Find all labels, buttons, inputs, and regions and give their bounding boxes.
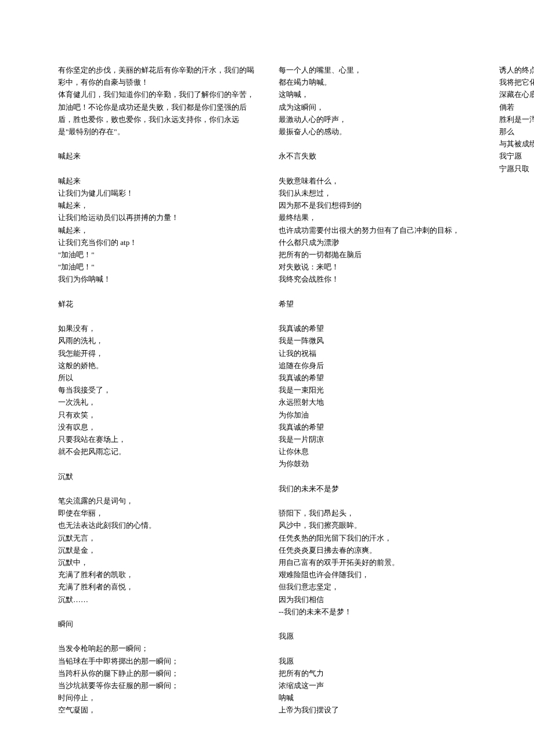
text-line: 我真诚的希望 (279, 322, 476, 334)
document-page: 有你坚定的步伐，美丽的鲜花后有你辛勤的汗水，我们的喝彩中，有你的自豪与骄傲！体育… (0, 0, 534, 755)
text-line: 充满了胜利者的凯歌， (58, 568, 255, 581)
text-line: 什么都只成为漂渺 (279, 236, 476, 249)
blank-line (279, 163, 476, 175)
text-line: 那么 (499, 125, 534, 138)
text-line: 风沙中，我们擦亮眼眸。 (279, 519, 476, 531)
text-line: 沉默…… (58, 593, 255, 606)
text-line: 也无法表达此刻我们的心情。 (58, 519, 255, 531)
blank-line (58, 286, 255, 298)
text-line: 沉默是金， (58, 544, 255, 556)
text-line: 永远照射大地 (279, 396, 476, 408)
text-line: 为你鼓劲 (279, 458, 476, 470)
blank-line (58, 483, 255, 495)
text-line: 与其被成绩压在下面 (499, 138, 534, 150)
text-line: 任凭炙热的阳光留下我们的汗水， (279, 532, 476, 544)
blank-line (58, 630, 255, 642)
blank-line (279, 286, 476, 298)
text-line: 最终结果， (279, 211, 476, 224)
text-line: 浓缩成这一声 (279, 679, 476, 692)
text-line: 我怎能开得， (58, 347, 255, 359)
text-line: 胜利是一浑然的在意 (499, 113, 534, 125)
text-line: 我愿 (279, 630, 476, 642)
text-line: 成为这瞬间， (279, 101, 476, 113)
text-line: 沉默无言， (58, 532, 255, 544)
text-line: 让我的祝福 (279, 347, 476, 359)
text-line: 我宁愿 (499, 150, 534, 162)
text-line: 我真诚的希望 (279, 421, 476, 433)
text-line: 我愿 (279, 655, 476, 667)
text-line: 当沙坑就要等你去征服的那一瞬间； (58, 679, 255, 692)
blank-line (279, 495, 476, 507)
text-line: --我们的未来不是梦！ (279, 606, 476, 618)
text-line: 当发令枪响起的那一瞬间； (58, 642, 255, 654)
text-line: 鲜花 (58, 298, 255, 310)
text-line: 当铅球在手中即将掷出的那一瞬间； (58, 655, 255, 667)
blank-line (279, 310, 476, 322)
text-line: 任凭炎炎夏日拂去春的凉爽。 (279, 544, 476, 556)
text-line: 让你休息 (279, 445, 476, 458)
text-line: 我们从未想过， (279, 187, 476, 199)
text-line: 只有欢笑， (58, 409, 255, 421)
text-line: 有你坚定的步伐，美丽的鲜花后有你辛勤的汗水，我们的喝彩中，有你的自豪与骄傲！ (58, 64, 255, 88)
text-line: 我将把它化作最后的声音 (499, 76, 534, 88)
text-line: 把所有的一切都抛在脑后 (279, 249, 476, 261)
text-line: 让我们充当你们的 atp！ (58, 236, 255, 249)
text-line: 空气凝固， (58, 704, 255, 716)
text-line: 我是一片阴凉 (279, 433, 476, 445)
text-line: 永不言失败 (279, 150, 476, 162)
text-line: "加油吧！" (58, 249, 255, 261)
text-line: 风雨的洗礼， (58, 334, 255, 347)
text-line: 喊起来， (58, 199, 255, 211)
text-line: 时间停止， (58, 692, 255, 704)
blank-line (58, 310, 255, 322)
text-line: 这般的娇艳。 (58, 359, 255, 372)
blank-line (58, 163, 255, 175)
text-line: 最振奋人心的感动。 (279, 125, 476, 138)
text-line: 失败意味着什么， (279, 175, 476, 187)
text-line: 为你加油 (279, 409, 476, 421)
text-line: 只要我站在赛场上， (58, 433, 255, 445)
blank-line (279, 138, 476, 150)
text-line: 即使在华丽， (58, 507, 255, 519)
text-line: 这呐喊， (279, 88, 476, 100)
text-line: 没有叹息， (58, 421, 255, 433)
blank-line (279, 618, 476, 630)
text-line: 就不会把风雨忘记。 (58, 445, 255, 458)
text-line: 艰难险阻也许会伴随我们， (279, 568, 476, 581)
text-line: 每一个人的嘴里、心里， (279, 64, 476, 76)
text-line: 深藏在心底 (499, 88, 534, 100)
text-line: 一次洗礼， (58, 396, 255, 408)
text-line: 体育健儿们，我们知道你们的辛勤，我们了解你们的辛苦，加油吧！不论你是成功还是失败… (58, 88, 255, 138)
text-line: 我们的未来不是梦 (279, 483, 476, 495)
blank-line (58, 138, 255, 150)
text-line: 喊起来， (58, 224, 255, 236)
text-line: "加油吧！" (58, 261, 255, 273)
text-line: 我是一阵微风 (279, 334, 476, 347)
text-line: 追随在你身后 (279, 359, 476, 372)
text-line: 瞬间 (58, 618, 255, 630)
text-line: 用自己富有的双手开拓美好的前景。 (279, 556, 476, 568)
blank-line (58, 606, 255, 618)
text-line: 对失败说：来吧！ (279, 261, 476, 273)
text-line: 呐喊 (279, 692, 476, 704)
text-line: 沉默中， (58, 556, 255, 568)
text-line: 喊起来 (58, 175, 255, 187)
blank-line (58, 458, 255, 470)
text-line: 最激动人心的呼声， (279, 113, 476, 125)
text-line: 诱人的终点 (499, 64, 534, 76)
text-line: 我真诚的希望 (279, 372, 476, 384)
text-line: 充满了胜利者的喜悦， (58, 581, 255, 593)
text-line: 上帝为我们摆设了 (279, 704, 476, 716)
text-line: 希望 (279, 298, 476, 310)
text-line: 沉默 (58, 470, 255, 483)
text-line: 我终究会战胜你！ (279, 273, 476, 285)
text-line: 倘若 (499, 101, 534, 113)
blank-line (279, 470, 476, 483)
text-line: 让我们给运动员们以再拼搏的力量！ (58, 211, 255, 224)
text-line: 但我们意志坚定， (279, 581, 476, 593)
text-line: 如果没有， (58, 322, 255, 334)
text-line: 因为那不是我们想得到的 (279, 199, 476, 211)
text-line: 让我们为健儿们喝彩！ (58, 187, 255, 199)
text-line: 都在竭力呐喊。 (279, 76, 476, 88)
text-line: 当跨杆从你的腿下静止的那一瞬间； (58, 667, 255, 679)
